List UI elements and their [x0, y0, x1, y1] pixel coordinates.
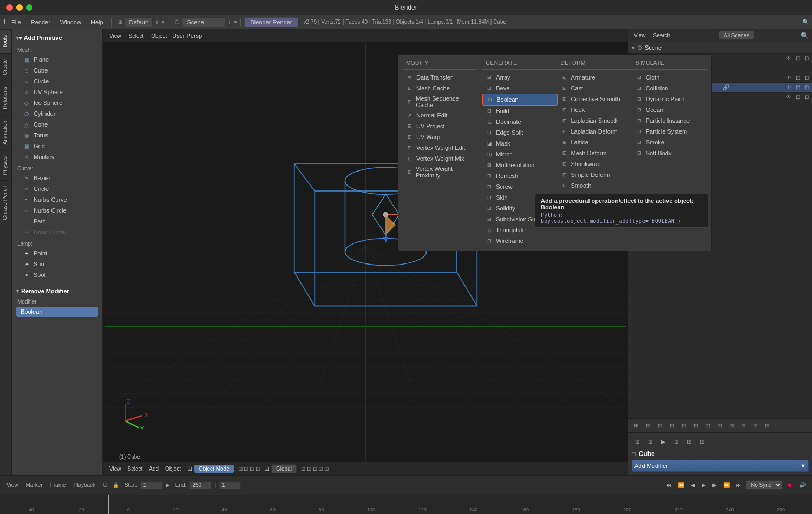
- mod-remesh[interactable]: ⊡ Remesh: [482, 170, 557, 181]
- mesh-cone[interactable]: △ Cone: [12, 119, 102, 130]
- props-icon-1[interactable]: ⊡: [632, 436, 643, 447]
- mod-lattice[interactable]: ⊞ Lattice: [558, 137, 632, 148]
- rp-icon-5[interactable]: ⊡: [678, 420, 689, 431]
- mesh-grid[interactable]: ▦ Grid: [12, 141, 102, 151]
- mod-vw-mix[interactable]: ⊡ Vertex Weight Mix: [403, 153, 477, 164]
- mod-normal-edit[interactable]: ↗ Normal Edit: [403, 110, 477, 121]
- mesh-ico-sphere[interactable]: ◇ Ico Sphere: [12, 97, 102, 108]
- lamp-spot[interactable]: ⚬ Spot: [12, 269, 102, 280]
- mod-smoke[interactable]: ⊡ Smoke: [632, 137, 707, 148]
- mod-laplacian-smooth[interactable]: ⊡ Laplacian Smooth: [558, 115, 632, 126]
- record-btn[interactable]: ⏺: [785, 481, 795, 489]
- mesh-circle[interactable]: ○ Circle: [12, 76, 102, 87]
- curve-draw[interactable]: ✏ Draw Curve: [12, 227, 102, 238]
- start-value-input[interactable]: [141, 481, 162, 489]
- mod-mask[interactable]: ◪ Mask: [482, 138, 557, 149]
- mod-data-transfer[interactable]: ≋ Data Transfer: [403, 72, 477, 83]
- mod-simple-deform[interactable]: ⊡ Simple Deform: [558, 169, 632, 180]
- tab-tools[interactable]: Tools: [0, 29, 11, 53]
- end-value-input[interactable]: [189, 481, 211, 489]
- layout-dropdown[interactable]: Default: [125, 17, 153, 27]
- close-scene-icon[interactable]: ×: [233, 18, 237, 26]
- cube-visibility-icon[interactable]: 👁: [786, 84, 791, 90]
- timeline-marker[interactable]: Marker: [24, 481, 45, 489]
- start-arrow-icon[interactable]: ▶: [166, 482, 170, 488]
- mod-vw-edit[interactable]: ⊡ Vertex Weight Edit: [403, 142, 477, 153]
- next-keyframe-btn[interactable]: ▶: [710, 481, 719, 489]
- play-btn[interactable]: ▶: [699, 481, 708, 489]
- mod-dynamic-paint[interactable]: ⊡ Dynamic Paint: [632, 94, 707, 104]
- jump-start-btn[interactable]: ⏮: [664, 481, 673, 489]
- tab-grease-pencil[interactable]: Grease Pencil: [0, 180, 11, 226]
- view-tab[interactable]: View: [632, 31, 648, 39]
- menu-file[interactable]: File: [7, 18, 25, 27]
- mod-uv-warp[interactable]: ⊟ UV Warp: [403, 131, 477, 142]
- search-tab[interactable]: Search: [651, 31, 673, 39]
- viewport-select-btn[interactable]: Select: [127, 32, 146, 40]
- mod-ocean[interactable]: ⊡ Ocean: [632, 104, 707, 115]
- timeline-playback[interactable]: Playback: [71, 481, 98, 489]
- render-engine-dropdown[interactable]: Blender Render: [244, 17, 298, 27]
- add-modifier-button[interactable]: Add Modifier ▼: [632, 460, 809, 472]
- vp-bottom-view[interactable]: View: [107, 465, 123, 473]
- playhead[interactable]: [108, 495, 109, 514]
- props-icon-6[interactable]: ⊡: [697, 436, 708, 447]
- scrubber-track[interactable]: [0, 495, 812, 505]
- next-frame-btn[interactable]: ⏩: [721, 481, 732, 489]
- vp-bottom-select[interactable]: Select: [126, 465, 145, 473]
- props-icon-3[interactable]: ▶: [658, 436, 669, 447]
- prev-keyframe-btn[interactable]: ◀: [689, 481, 697, 489]
- viewport-object-btn[interactable]: Object: [149, 32, 169, 40]
- mod-build[interactable]: ⊡ Build: [482, 106, 557, 116]
- search-rp-icon[interactable]: 🔍: [801, 32, 809, 39]
- tab-animation[interactable]: Animation: [0, 115, 11, 150]
- rp-icon-4[interactable]: ⊡: [666, 420, 677, 431]
- lamp-point[interactable]: ✦ Point: [12, 248, 102, 259]
- mod-boolean[interactable]: ⊟ Boolean: [482, 94, 557, 106]
- rp-icon-12[interactable]: ⊡: [762, 420, 772, 431]
- rp-icon-9[interactable]: ⊡: [726, 420, 737, 431]
- mod-cloth[interactable]: ⊡ Cloth: [632, 72, 707, 83]
- props-icon-5[interactable]: ⊡: [684, 436, 695, 447]
- scene-dropdown[interactable]: Scene: [182, 17, 225, 27]
- props-icon-2[interactable]: ⊡: [645, 436, 656, 447]
- timeline-view[interactable]: View: [4, 481, 21, 489]
- curve-path[interactable]: — Path: [12, 216, 102, 227]
- mod-mesh-deform[interactable]: ⊡ Mesh Deform: [558, 148, 632, 159]
- mod-armature[interactable]: ⊡ Armature: [558, 72, 632, 83]
- object-mode-btn[interactable]: Object Mode: [194, 465, 234, 473]
- rp-icon-1[interactable]: ⊞: [631, 420, 641, 431]
- rp-icon-3[interactable]: ⊡: [654, 420, 665, 431]
- props-icon-4[interactable]: ⊡: [671, 436, 682, 447]
- mesh-cube[interactable]: □ Cube: [12, 65, 102, 76]
- curve-circle[interactable]: ○ Circle: [12, 183, 102, 194]
- mod-particle-system[interactable]: ⊡ Particle System: [632, 126, 707, 137]
- menu-window[interactable]: Window: [56, 18, 86, 27]
- mod-shrinkwrap[interactable]: ⊡ Shrinkwrap: [558, 159, 632, 169]
- mod-hook[interactable]: ⊡ Hook: [558, 104, 632, 115]
- mesh-torus[interactable]: ◎ Torus: [12, 130, 102, 141]
- close-button[interactable]: [6, 4, 13, 11]
- minimize-button[interactable]: [16, 4, 23, 11]
- vp-bottom-object[interactable]: Object: [163, 465, 183, 473]
- tab-relations[interactable]: Relations: [0, 81, 11, 115]
- renderlayers-visibility-icon[interactable]: 👁: [786, 55, 791, 61]
- mod-array[interactable]: ⊞ Array: [482, 72, 557, 83]
- mod-screw[interactable]: ⊡ Screw: [482, 181, 557, 192]
- scrubber[interactable]: -40 -20 0 20 40 60 80 100 120 140 160 18…: [0, 495, 812, 514]
- mod-vw-prox[interactable]: ⊡ Vertex Weight Proximity: [403, 164, 477, 180]
- prev-frame-btn[interactable]: ⏪: [676, 481, 686, 489]
- add-layout-icon[interactable]: +: [155, 18, 159, 26]
- mod-uv-project[interactable]: ⊟ UV Project: [403, 121, 477, 131]
- rp-icon-10[interactable]: ⊡: [738, 420, 749, 431]
- current-frame-input[interactable]: [219, 481, 241, 489]
- sync-dropdown[interactable]: No Sync: [746, 480, 783, 490]
- mesh-uv-sphere[interactable]: ○ UV Sphere: [12, 87, 102, 97]
- timeline-frame[interactable]: Frame: [48, 481, 68, 489]
- curve-bezier[interactable]: ~ Bezier: [12, 173, 102, 183]
- mod-particle-instance[interactable]: ⊡ Particle Instance: [632, 115, 707, 126]
- menu-help[interactable]: Help: [87, 18, 108, 27]
- mod-laplacian-deform[interactable]: ⊡ Laplacian Deform: [558, 126, 632, 137]
- mod-multires[interactable]: ⊞ Multiresolution: [482, 160, 557, 170]
- modifier-value[interactable]: Boolean: [16, 307, 98, 317]
